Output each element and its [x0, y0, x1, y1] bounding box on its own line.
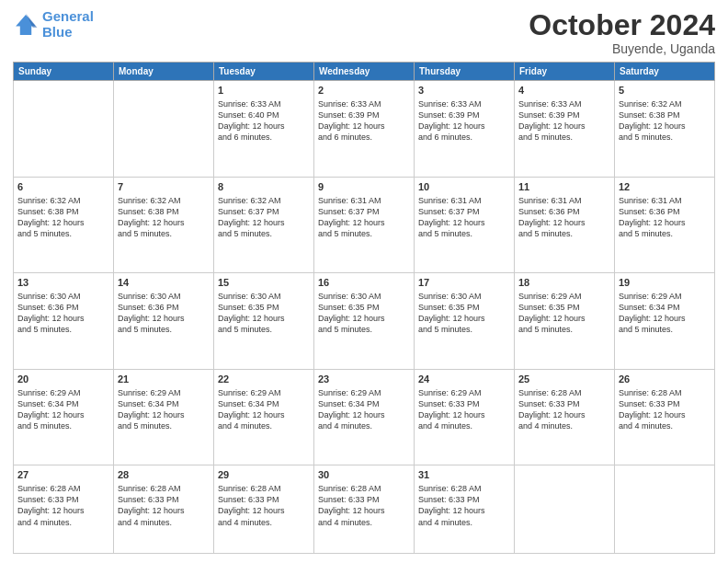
calendar-cell: 10Sunrise: 6:31 AM Sunset: 6:37 PM Dayli…: [415, 177, 515, 273]
calendar-cell: 23Sunrise: 6:29 AM Sunset: 6:34 PM Dayli…: [314, 369, 415, 465]
day-number: 5: [619, 84, 711, 98]
logo: General Blue: [13, 9, 94, 40]
calendar-cell: 30Sunrise: 6:28 AM Sunset: 6:33 PM Dayli…: [314, 465, 415, 554]
day-number: 8: [218, 180, 310, 194]
day-number: 13: [17, 276, 109, 290]
col-header-sunday: Sunday: [14, 63, 114, 81]
day-info: Sunrise: 6:31 AM Sunset: 6:37 PM Dayligh…: [318, 195, 410, 240]
day-info: Sunrise: 6:30 AM Sunset: 6:36 PM Dayligh…: [17, 291, 109, 336]
day-number: 18: [518, 276, 610, 290]
calendar-cell: 16Sunrise: 6:30 AM Sunset: 6:35 PM Dayli…: [314, 273, 415, 370]
col-header-saturday: Saturday: [615, 63, 715, 81]
calendar-cell: 31Sunrise: 6:28 AM Sunset: 6:33 PM Dayli…: [415, 465, 515, 554]
col-header-tuesday: Tuesday: [214, 63, 314, 81]
calendar-cell: [14, 81, 114, 178]
day-number: 1: [218, 84, 310, 98]
day-info: Sunrise: 6:30 AM Sunset: 6:36 PM Dayligh…: [118, 291, 210, 336]
day-info: Sunrise: 6:28 AM Sunset: 6:33 PM Dayligh…: [118, 483, 210, 528]
day-info: Sunrise: 6:28 AM Sunset: 6:33 PM Dayligh…: [518, 387, 610, 432]
week-row-3: 13Sunrise: 6:30 AM Sunset: 6:36 PM Dayli…: [14, 273, 715, 370]
calendar-cell: 11Sunrise: 6:31 AM Sunset: 6:36 PM Dayli…: [515, 177, 615, 273]
day-number: 29: [218, 468, 310, 482]
calendar-cell: [615, 465, 715, 554]
day-number: 25: [518, 373, 610, 386]
calendar-cell: 17Sunrise: 6:30 AM Sunset: 6:35 PM Dayli…: [415, 273, 515, 370]
calendar-cell: 12Sunrise: 6:31 AM Sunset: 6:36 PM Dayli…: [615, 177, 715, 273]
calendar-header-row: SundayMondayTuesdayWednesdayThursdayFrid…: [14, 63, 715, 81]
day-number: 4: [518, 84, 610, 98]
day-number: 10: [418, 180, 510, 194]
calendar-cell: 2Sunrise: 6:33 AM Sunset: 6:39 PM Daylig…: [314, 81, 415, 178]
day-number: 14: [118, 276, 210, 290]
logo-line2: Blue: [42, 25, 94, 40]
week-row-1: 1Sunrise: 6:33 AM Sunset: 6:40 PM Daylig…: [14, 81, 715, 178]
day-info: Sunrise: 6:29 AM Sunset: 6:33 PM Dayligh…: [418, 387, 510, 432]
day-info: Sunrise: 6:32 AM Sunset: 6:38 PM Dayligh…: [17, 195, 109, 240]
title-block: October 2024 Buyende, Uganda: [529, 9, 715, 56]
calendar-cell: 24Sunrise: 6:29 AM Sunset: 6:33 PM Dayli…: [415, 369, 515, 465]
day-info: Sunrise: 6:29 AM Sunset: 6:34 PM Dayligh…: [318, 387, 410, 432]
day-info: Sunrise: 6:31 AM Sunset: 6:36 PM Dayligh…: [619, 195, 711, 240]
logo-icon: [13, 12, 39, 38]
day-info: Sunrise: 6:30 AM Sunset: 6:35 PM Dayligh…: [418, 291, 510, 336]
day-info: Sunrise: 6:28 AM Sunset: 6:33 PM Dayligh…: [218, 483, 310, 528]
calendar-cell: 3Sunrise: 6:33 AM Sunset: 6:39 PM Daylig…: [415, 81, 515, 178]
col-header-friday: Friday: [515, 63, 615, 81]
day-number: 23: [318, 373, 410, 386]
day-number: 9: [318, 180, 410, 194]
col-header-monday: Monday: [114, 63, 214, 81]
calendar-cell: [114, 81, 214, 178]
calendar-table: SundayMondayTuesdayWednesdayThursdayFrid…: [13, 62, 715, 554]
calendar-cell: 19Sunrise: 6:29 AM Sunset: 6:34 PM Dayli…: [615, 273, 715, 370]
day-info: Sunrise: 6:33 AM Sunset: 6:39 PM Dayligh…: [518, 98, 610, 144]
day-info: Sunrise: 6:29 AM Sunset: 6:34 PM Dayligh…: [619, 291, 711, 336]
day-number: 11: [518, 180, 610, 194]
logo-text: General Blue: [42, 9, 94, 40]
calendar-cell: 15Sunrise: 6:30 AM Sunset: 6:35 PM Dayli…: [214, 273, 314, 370]
day-number: 16: [318, 276, 410, 290]
day-info: Sunrise: 6:31 AM Sunset: 6:37 PM Dayligh…: [418, 195, 510, 240]
calendar-cell: 6Sunrise: 6:32 AM Sunset: 6:38 PM Daylig…: [14, 177, 114, 273]
week-row-2: 6Sunrise: 6:32 AM Sunset: 6:38 PM Daylig…: [14, 177, 715, 273]
day-info: Sunrise: 6:33 AM Sunset: 6:39 PM Dayligh…: [318, 98, 410, 144]
calendar-cell: 4Sunrise: 6:33 AM Sunset: 6:39 PM Daylig…: [515, 81, 615, 178]
day-info: Sunrise: 6:33 AM Sunset: 6:39 PM Dayligh…: [418, 98, 510, 144]
calendar-cell: 14Sunrise: 6:30 AM Sunset: 6:36 PM Dayli…: [114, 273, 214, 370]
day-number: 2: [318, 84, 410, 98]
page: General Blue October 2024 Buyende, Ugand…: [0, 0, 728, 563]
calendar-cell: 18Sunrise: 6:29 AM Sunset: 6:35 PM Dayli…: [515, 273, 615, 370]
calendar-cell: 8Sunrise: 6:32 AM Sunset: 6:37 PM Daylig…: [214, 177, 314, 273]
calendar-cell: 13Sunrise: 6:30 AM Sunset: 6:36 PM Dayli…: [14, 273, 114, 370]
main-title: October 2024: [529, 9, 715, 41]
day-info: Sunrise: 6:28 AM Sunset: 6:33 PM Dayligh…: [619, 387, 711, 432]
day-info: Sunrise: 6:29 AM Sunset: 6:35 PM Dayligh…: [518, 291, 610, 336]
calendar-cell: 7Sunrise: 6:32 AM Sunset: 6:38 PM Daylig…: [114, 177, 214, 273]
calendar-cell: 27Sunrise: 6:28 AM Sunset: 6:33 PM Dayli…: [14, 465, 114, 554]
day-info: Sunrise: 6:32 AM Sunset: 6:38 PM Dayligh…: [619, 98, 711, 144]
day-number: 24: [418, 373, 510, 386]
day-info: Sunrise: 6:31 AM Sunset: 6:36 PM Dayligh…: [518, 195, 610, 240]
col-header-wednesday: Wednesday: [314, 63, 415, 81]
day-number: 22: [218, 373, 310, 386]
day-number: 30: [318, 468, 410, 482]
header: General Blue October 2024 Buyende, Ugand…: [13, 9, 715, 56]
day-number: 15: [218, 276, 310, 290]
calendar-cell: 20Sunrise: 6:29 AM Sunset: 6:34 PM Dayli…: [14, 369, 114, 465]
calendar-cell: 25Sunrise: 6:28 AM Sunset: 6:33 PM Dayli…: [515, 369, 615, 465]
day-number: 28: [118, 468, 210, 482]
day-number: 6: [17, 180, 109, 194]
day-number: 12: [619, 180, 711, 194]
calendar-cell: 9Sunrise: 6:31 AM Sunset: 6:37 PM Daylig…: [314, 177, 415, 273]
calendar-cell: 29Sunrise: 6:28 AM Sunset: 6:33 PM Dayli…: [214, 465, 314, 554]
day-number: 17: [418, 276, 510, 290]
calendar-cell: 1Sunrise: 6:33 AM Sunset: 6:40 PM Daylig…: [214, 81, 314, 178]
calendar-cell: 26Sunrise: 6:28 AM Sunset: 6:33 PM Dayli…: [615, 369, 715, 465]
day-info: Sunrise: 6:33 AM Sunset: 6:40 PM Dayligh…: [218, 98, 310, 144]
day-info: Sunrise: 6:28 AM Sunset: 6:33 PM Dayligh…: [318, 483, 410, 528]
calendar-cell: 5Sunrise: 6:32 AM Sunset: 6:38 PM Daylig…: [615, 81, 715, 178]
day-info: Sunrise: 6:29 AM Sunset: 6:34 PM Dayligh…: [17, 387, 109, 432]
col-header-thursday: Thursday: [415, 63, 515, 81]
day-info: Sunrise: 6:32 AM Sunset: 6:38 PM Dayligh…: [118, 195, 210, 240]
day-info: Sunrise: 6:28 AM Sunset: 6:33 PM Dayligh…: [418, 483, 510, 528]
day-info: Sunrise: 6:30 AM Sunset: 6:35 PM Dayligh…: [318, 291, 410, 336]
